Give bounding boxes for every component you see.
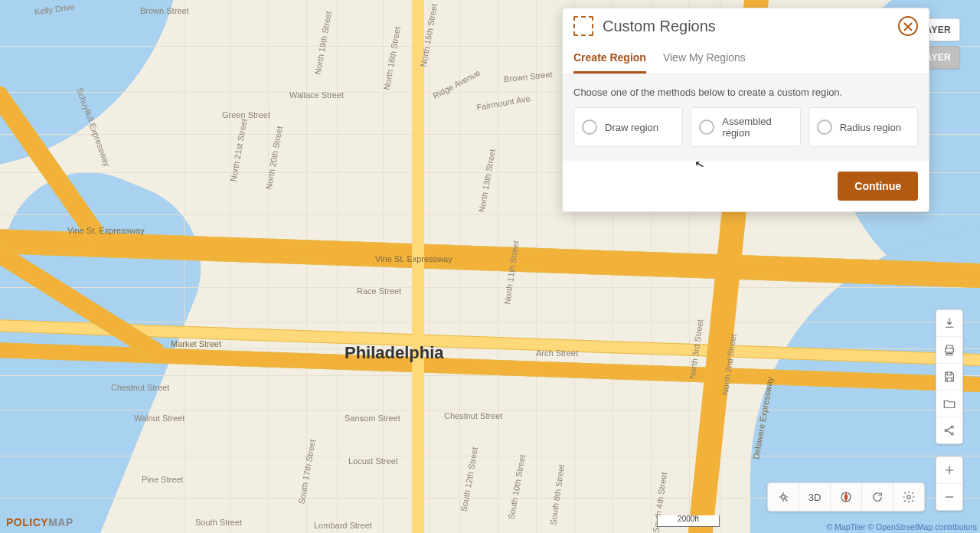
street-s10: South 10th Street — [506, 454, 527, 520]
policymap-logo: POLICYMAP — [6, 516, 74, 528]
zoom-in-button[interactable] — [936, 457, 962, 484]
right-tools-upper — [936, 309, 963, 444]
street-brown2: Brown Street — [504, 70, 553, 84]
street-sansom: Sansom Street — [345, 414, 400, 423]
compass-icon[interactable] — [831, 483, 862, 511]
street-fairmount: Fairmount Ave. — [476, 93, 534, 113]
custom-regions-panel: Custom Regions Create Region View My Reg… — [562, 8, 929, 212]
option-label: Radius region — [840, 122, 901, 133]
close-icon[interactable] — [898, 16, 918, 36]
street-locust: Locust Street — [348, 456, 398, 466]
street-chestnut2: Chestnut Street — [444, 411, 502, 420]
water-schuylkill-2 — [0, 147, 226, 533]
panel-instruction: Choose one of the methods below to creat… — [573, 87, 918, 98]
3d-button[interactable]: 3D — [799, 483, 831, 511]
street-pine: Pine Street — [142, 475, 183, 484]
radio-icon — [699, 119, 714, 135]
svg-point-0 — [945, 430, 947, 432]
street-south: South Street — [195, 518, 242, 527]
download-icon[interactable] — [936, 310, 962, 337]
street-n16: North 16th Street — [382, 26, 402, 91]
street-ridge: Ridge Avenue — [431, 68, 482, 101]
city-label: Philadelphia — [345, 343, 444, 363]
zoom-out-button[interactable] — [936, 484, 962, 510]
svg-point-5 — [907, 495, 911, 499]
option-radius-region[interactable]: Radius region — [808, 107, 918, 147]
map-attribution[interactable]: © MapTiler © OpenStreetMap contributors — [826, 522, 977, 531]
panel-title: Custom Regions — [603, 18, 898, 35]
custom-region-icon — [573, 16, 593, 36]
gear-icon[interactable] — [893, 483, 924, 511]
tab-create-region[interactable]: Create Region — [573, 45, 646, 74]
street-lombard: Lombard Street — [314, 521, 372, 530]
option-label: Draw region — [605, 122, 658, 133]
map-scale: 2000ft — [657, 515, 720, 527]
radio-icon — [582, 119, 597, 135]
select-cursor-icon[interactable] — [768, 483, 799, 511]
option-draw-region[interactable]: Draw region — [573, 107, 683, 147]
refresh-icon[interactable] — [862, 483, 893, 511]
broad-st — [412, 0, 424, 533]
print-icon[interactable] — [936, 337, 962, 364]
street-n19: North 19th Street — [313, 11, 333, 76]
tab-view-my-regions[interactable]: View My Regions — [663, 45, 746, 74]
svg-point-1 — [951, 426, 953, 428]
share-icon[interactable] — [936, 417, 962, 443]
street-n20: North 20th Street — [264, 126, 284, 191]
bottom-toolbar: 3D — [767, 482, 925, 512]
street-n13: North 13th Street — [477, 149, 497, 214]
street-s8: South 8th Street — [548, 464, 566, 525]
radio-icon — [817, 119, 832, 135]
option-label: Assembled region — [722, 116, 792, 139]
street-market: Market Street — [171, 339, 221, 348]
continue-button[interactable]: Continue — [838, 172, 918, 201]
panel-tabs: Create Region View My Regions — [563, 41, 929, 74]
save-icon[interactable] — [936, 364, 962, 391]
svg-point-2 — [951, 433, 953, 435]
zoom-tools — [936, 456, 963, 511]
option-assembled-region[interactable]: Assembled region — [691, 107, 800, 147]
folder-icon[interactable] — [936, 391, 962, 417]
